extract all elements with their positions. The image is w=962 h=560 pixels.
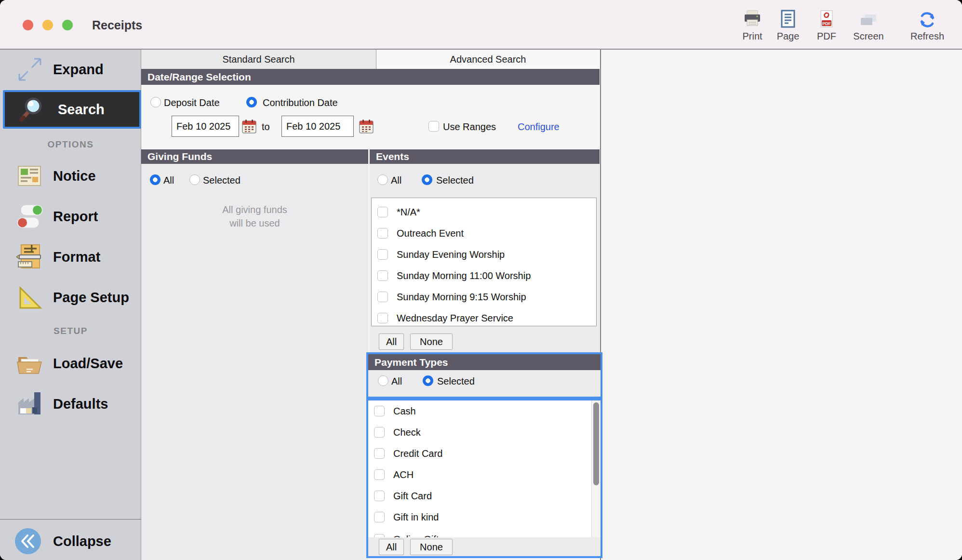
events-selected-label: Selected xyxy=(436,175,474,186)
pdf-button[interactable]: PDF PDF xyxy=(805,10,848,42)
button-label: All xyxy=(386,542,397,553)
list-item-label: Sunday Morning 9:15 Worship xyxy=(397,292,526,303)
to-date-input[interactable]: Feb 10 2025 xyxy=(281,116,354,137)
sidebar-item-load-save[interactable]: Load/Save xyxy=(0,346,141,381)
list-item[interactable]: Cash xyxy=(368,400,601,422)
sidebar-item-format[interactable]: Format xyxy=(0,240,141,274)
print-label: Print xyxy=(742,31,762,41)
checkbox[interactable] xyxy=(374,512,385,522)
list-item-label: Cash xyxy=(393,406,416,417)
sidebar-item-page-setup[interactable]: Page Setup xyxy=(0,280,141,315)
refresh-icon xyxy=(906,10,949,31)
scrollbar-thumb[interactable] xyxy=(593,402,599,485)
configure-link[interactable]: Configure xyxy=(518,121,560,133)
page-button[interactable]: Page xyxy=(766,10,810,42)
sidebar-item-defaults[interactable]: Defaults xyxy=(0,387,141,421)
sidebar-section-options: OPTIONS xyxy=(0,139,141,150)
from-date-input[interactable]: Feb 10 2025 xyxy=(172,116,239,137)
search-panel: Standard Search Advanced Search Date/Ran… xyxy=(141,50,600,560)
checkbox[interactable] xyxy=(374,469,385,480)
payment-types-all-radio[interactable] xyxy=(378,375,388,386)
payment-types-none-button[interactable]: None xyxy=(410,539,453,555)
button-label: None xyxy=(420,542,443,553)
contribution-date-radio[interactable] xyxy=(246,97,257,107)
from-date-calendar-button[interactable] xyxy=(242,119,256,135)
sidebar-item-label: Report xyxy=(53,209,98,225)
tab-standard-search[interactable]: Standard Search xyxy=(141,50,376,69)
sidebar-item-label: Search xyxy=(58,102,105,118)
report-icon xyxy=(14,201,45,232)
list-item[interactable]: Gift in kind xyxy=(368,507,601,528)
list-item-label: Credit Card xyxy=(393,448,442,459)
close-window-button[interactable] xyxy=(23,20,33,30)
list-item[interactable]: ACH xyxy=(368,464,601,485)
list-item[interactable]: Sunday Morning 9:15 Worship xyxy=(372,286,596,307)
tab-label: Standard Search xyxy=(222,54,294,65)
sidebar-item-notice[interactable]: Notice xyxy=(0,159,141,193)
list-item[interactable]: *N/A* xyxy=(372,201,596,223)
sidebar-item-label: Notice xyxy=(53,168,96,184)
sidebar-item-label: Load/Save xyxy=(53,356,123,372)
list-item[interactable]: Outreach Event xyxy=(372,223,596,244)
button-label: All xyxy=(386,336,397,347)
sidebar-item-search[interactable]: Search xyxy=(3,90,141,129)
list-item[interactable]: Online Gift xyxy=(368,529,601,537)
zoom-window-button[interactable] xyxy=(62,20,73,30)
checkbox[interactable] xyxy=(377,249,388,260)
checkbox[interactable] xyxy=(374,448,385,459)
use-ranges-checkbox[interactable] xyxy=(428,121,439,132)
list-item[interactable]: Sunday Evening Worship xyxy=(372,244,596,265)
format-icon xyxy=(14,241,45,272)
preview-area xyxy=(600,50,962,560)
sidebar-item-collapse[interactable]: Collapse xyxy=(0,522,141,560)
defaults-icon xyxy=(14,388,45,419)
payment-types-all-button[interactable]: All xyxy=(379,539,404,555)
list-item[interactable]: Gift Card xyxy=(368,485,601,507)
events-title: Events xyxy=(376,151,409,162)
list-item[interactable]: Check xyxy=(368,422,601,443)
list-item-label: Gift in kind xyxy=(393,512,439,523)
list-item-label: *N/A* xyxy=(397,207,420,218)
events-all-label: All xyxy=(391,175,401,186)
checkbox[interactable] xyxy=(374,427,385,438)
giving-funds-all-radio[interactable] xyxy=(150,174,160,185)
sidebar-item-report[interactable]: Report xyxy=(0,199,141,234)
payment-types-selected-radio[interactable] xyxy=(423,375,433,386)
events-selected-radio[interactable] xyxy=(422,174,432,185)
page-setup-icon xyxy=(14,282,45,313)
checkbox[interactable] xyxy=(374,491,385,501)
checkbox[interactable] xyxy=(377,292,388,302)
tab-advanced-search[interactable]: Advanced Search xyxy=(376,50,600,69)
to-word: to xyxy=(262,121,270,133)
checkbox[interactable] xyxy=(377,270,388,281)
window-title: Receipts xyxy=(92,18,142,32)
sidebar-item-expand[interactable]: Expand xyxy=(0,52,141,87)
events-all-button[interactable]: All xyxy=(379,333,404,350)
list-item[interactable]: Wednesday Prayer Service xyxy=(372,307,596,326)
giving-funds-title: Giving Funds xyxy=(147,151,212,162)
events-none-button[interactable]: None xyxy=(410,333,453,350)
screen-button[interactable]: Screen xyxy=(847,10,890,42)
checkbox[interactable] xyxy=(374,534,385,537)
contribution-date-label: Contribution Date xyxy=(263,97,338,108)
checkbox[interactable] xyxy=(377,228,388,239)
refresh-button[interactable]: Refresh xyxy=(906,10,949,42)
page-label: Page xyxy=(777,31,800,41)
checkbox[interactable] xyxy=(377,207,388,217)
deposit-date-radio[interactable] xyxy=(150,97,161,107)
checkbox[interactable] xyxy=(377,313,388,323)
list-item[interactable]: Sunday Morning 11:00 Worship xyxy=(372,265,596,286)
giving-funds-note-line2: will be used xyxy=(141,216,368,230)
list-item-label: Online Gift xyxy=(393,534,439,538)
list-item[interactable]: Credit Card xyxy=(368,443,601,464)
payment-types-list: Cash Check Credit Card ACH Gift Card xyxy=(368,400,601,537)
events-all-radio[interactable] xyxy=(377,174,388,185)
minimize-window-button[interactable] xyxy=(42,20,53,30)
giving-funds-selected-label: Selected xyxy=(203,175,240,186)
sidebar-item-label: Collapse xyxy=(53,533,111,549)
sidebar-section-setup: SETUP xyxy=(0,326,141,336)
to-date-calendar-button[interactable] xyxy=(359,119,374,135)
giving-funds-selected-radio[interactable] xyxy=(189,174,200,185)
checkbox[interactable] xyxy=(374,406,385,416)
load-save-icon xyxy=(14,348,45,379)
